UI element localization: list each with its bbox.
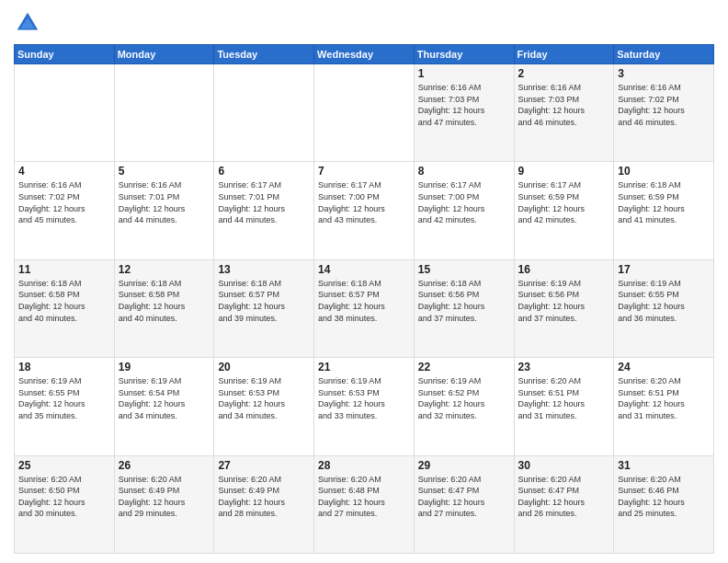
day-info: Sunrise: 6:18 AM Sunset: 6:59 PM Dayligh… (618, 179, 710, 225)
calendar-cell (15, 64, 115, 162)
day-number: 5 (119, 165, 210, 178)
calendar-cell: 18Sunrise: 6:19 AM Sunset: 6:55 PM Dayli… (15, 358, 115, 455)
calendar-cell: 10Sunrise: 6:18 AM Sunset: 6:59 PM Dayli… (614, 162, 714, 259)
day-info: Sunrise: 6:18 AM Sunset: 6:56 PM Dayligh… (418, 278, 510, 324)
day-info: Sunrise: 6:20 AM Sunset: 6:47 PM Dayligh… (518, 474, 610, 520)
day-number: 24 (618, 361, 710, 373)
day-number: 26 (119, 459, 210, 472)
calendar-cell: 21Sunrise: 6:19 AM Sunset: 6:53 PM Dayli… (314, 358, 415, 455)
calendar-cell: 22Sunrise: 6:19 AM Sunset: 6:52 PM Dayli… (414, 358, 514, 455)
calendar-cell: 29Sunrise: 6:20 AM Sunset: 6:47 PM Dayli… (414, 455, 514, 553)
day-number: 22 (418, 361, 510, 373)
calendar-cell (214, 64, 314, 162)
day-info: Sunrise: 6:16 AM Sunset: 7:02 PM Dayligh… (618, 82, 710, 128)
calendar-cell: 27Sunrise: 6:20 AM Sunset: 6:49 PM Dayli… (214, 455, 314, 553)
day-info: Sunrise: 6:17 AM Sunset: 6:59 PM Dayligh… (518, 179, 610, 225)
day-info: Sunrise: 6:18 AM Sunset: 6:57 PM Dayligh… (318, 278, 410, 324)
week-row-1: 1Sunrise: 6:16 AM Sunset: 7:03 PM Daylig… (15, 64, 714, 162)
day-info: Sunrise: 6:16 AM Sunset: 7:03 PM Dayligh… (418, 82, 510, 128)
day-number: 11 (18, 263, 110, 276)
header-day-friday: Friday (514, 45, 614, 64)
day-number: 18 (18, 361, 110, 373)
day-number: 12 (119, 263, 210, 276)
day-info: Sunrise: 6:17 AM Sunset: 7:00 PM Dayligh… (318, 179, 410, 225)
day-info: Sunrise: 6:17 AM Sunset: 7:00 PM Dayligh… (418, 179, 510, 225)
calendar-cell: 3Sunrise: 6:16 AM Sunset: 7:02 PM Daylig… (614, 64, 714, 162)
day-number: 13 (218, 263, 310, 276)
calendar-cell: 8Sunrise: 6:17 AM Sunset: 7:00 PM Daylig… (414, 162, 514, 259)
day-info: Sunrise: 6:20 AM Sunset: 6:49 PM Dayligh… (119, 474, 210, 520)
header-day-thursday: Thursday (414, 45, 514, 64)
logo-icon (14, 9, 41, 37)
header-day-saturday: Saturday (614, 45, 714, 64)
header-day-sunday: Sunday (15, 45, 115, 64)
day-number: 16 (518, 263, 610, 276)
calendar-cell: 16Sunrise: 6:19 AM Sunset: 6:56 PM Dayli… (514, 259, 614, 357)
day-number: 31 (618, 459, 710, 472)
week-row-2: 4Sunrise: 6:16 AM Sunset: 7:02 PM Daylig… (15, 162, 714, 259)
day-info: Sunrise: 6:19 AM Sunset: 6:55 PM Dayligh… (18, 375, 110, 421)
day-number: 10 (618, 165, 710, 178)
calendar-cell: 2Sunrise: 6:16 AM Sunset: 7:03 PM Daylig… (514, 64, 614, 162)
day-number: 14 (318, 263, 410, 276)
day-number: 20 (218, 361, 310, 373)
day-info: Sunrise: 6:19 AM Sunset: 6:52 PM Dayligh… (418, 375, 510, 421)
day-info: Sunrise: 6:20 AM Sunset: 6:50 PM Dayligh… (18, 474, 110, 520)
day-info: Sunrise: 6:19 AM Sunset: 6:53 PM Dayligh… (218, 375, 310, 421)
day-number: 1 (418, 67, 510, 80)
day-number: 6 (218, 165, 310, 178)
header-row: SundayMondayTuesdayWednesdayThursdayFrid… (15, 45, 714, 64)
calendar-table: SundayMondayTuesdayWednesdayThursdayFrid… (14, 44, 714, 554)
day-info: Sunrise: 6:19 AM Sunset: 6:53 PM Dayligh… (318, 375, 410, 421)
page: SundayMondayTuesdayWednesdayThursdayFrid… (0, 0, 728, 563)
day-number: 23 (518, 361, 610, 373)
week-row-4: 18Sunrise: 6:19 AM Sunset: 6:55 PM Dayli… (15, 358, 714, 455)
day-number: 2 (518, 67, 610, 80)
calendar-cell: 28Sunrise: 6:20 AM Sunset: 6:48 PM Dayli… (314, 455, 415, 553)
day-info: Sunrise: 6:20 AM Sunset: 6:51 PM Dayligh… (518, 375, 610, 421)
day-number: 4 (18, 165, 110, 178)
calendar-cell: 15Sunrise: 6:18 AM Sunset: 6:56 PM Dayli… (414, 259, 514, 357)
week-row-5: 25Sunrise: 6:20 AM Sunset: 6:50 PM Dayli… (15, 455, 714, 553)
calendar-cell: 17Sunrise: 6:19 AM Sunset: 6:55 PM Dayli… (614, 259, 714, 357)
calendar-cell: 31Sunrise: 6:20 AM Sunset: 6:46 PM Dayli… (614, 455, 714, 553)
day-number: 29 (418, 459, 510, 472)
day-number: 27 (218, 459, 310, 472)
day-info: Sunrise: 6:16 AM Sunset: 7:03 PM Dayligh… (518, 82, 610, 128)
calendar-cell: 11Sunrise: 6:18 AM Sunset: 6:58 PM Dayli… (15, 259, 115, 357)
week-row-3: 11Sunrise: 6:18 AM Sunset: 6:58 PM Dayli… (15, 259, 714, 357)
day-number: 7 (318, 165, 410, 178)
calendar-cell: 13Sunrise: 6:18 AM Sunset: 6:57 PM Dayli… (214, 259, 314, 357)
calendar-cell: 9Sunrise: 6:17 AM Sunset: 6:59 PM Daylig… (514, 162, 614, 259)
day-info: Sunrise: 6:17 AM Sunset: 7:01 PM Dayligh… (218, 179, 310, 225)
calendar-cell: 7Sunrise: 6:17 AM Sunset: 7:00 PM Daylig… (314, 162, 415, 259)
day-info: Sunrise: 6:19 AM Sunset: 6:56 PM Dayligh… (518, 278, 610, 324)
day-info: Sunrise: 6:20 AM Sunset: 6:46 PM Dayligh… (618, 474, 710, 520)
day-number: 8 (418, 165, 510, 178)
header-day-monday: Monday (114, 45, 214, 64)
header (14, 9, 714, 37)
day-info: Sunrise: 6:20 AM Sunset: 6:49 PM Dayligh… (218, 474, 310, 520)
calendar-cell: 5Sunrise: 6:16 AM Sunset: 7:01 PM Daylig… (114, 162, 214, 259)
day-info: Sunrise: 6:20 AM Sunset: 6:47 PM Dayligh… (418, 474, 510, 520)
day-info: Sunrise: 6:18 AM Sunset: 6:58 PM Dayligh… (119, 278, 210, 324)
calendar-cell: 23Sunrise: 6:20 AM Sunset: 6:51 PM Dayli… (514, 358, 614, 455)
calendar-cell: 6Sunrise: 6:17 AM Sunset: 7:01 PM Daylig… (214, 162, 314, 259)
day-number: 3 (618, 67, 710, 80)
calendar-cell: 30Sunrise: 6:20 AM Sunset: 6:47 PM Dayli… (514, 455, 614, 553)
day-info: Sunrise: 6:16 AM Sunset: 7:02 PM Dayligh… (18, 179, 110, 225)
calendar-cell: 20Sunrise: 6:19 AM Sunset: 6:53 PM Dayli… (214, 358, 314, 455)
calendar-header: SundayMondayTuesdayWednesdayThursdayFrid… (15, 45, 714, 64)
calendar-cell: 1Sunrise: 6:16 AM Sunset: 7:03 PM Daylig… (414, 64, 514, 162)
calendar-cell: 24Sunrise: 6:20 AM Sunset: 6:51 PM Dayli… (614, 358, 714, 455)
day-info: Sunrise: 6:16 AM Sunset: 7:01 PM Dayligh… (119, 179, 210, 225)
day-info: Sunrise: 6:20 AM Sunset: 6:51 PM Dayligh… (618, 375, 710, 421)
day-number: 21 (318, 361, 410, 373)
day-number: 30 (518, 459, 610, 472)
day-info: Sunrise: 6:19 AM Sunset: 6:55 PM Dayligh… (618, 278, 710, 324)
calendar-cell: 14Sunrise: 6:18 AM Sunset: 6:57 PM Dayli… (314, 259, 415, 357)
logo (14, 9, 45, 37)
day-info: Sunrise: 6:18 AM Sunset: 6:58 PM Dayligh… (18, 278, 110, 324)
day-info: Sunrise: 6:19 AM Sunset: 6:54 PM Dayligh… (119, 375, 210, 421)
header-day-wednesday: Wednesday (314, 45, 415, 64)
